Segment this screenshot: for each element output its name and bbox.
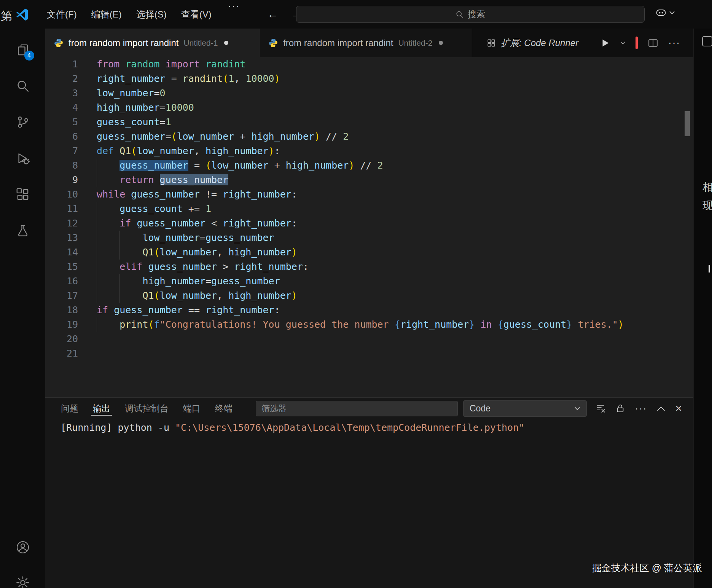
dropdown-value: Code	[470, 403, 491, 414]
menu-view[interactable]: 查看(V)	[174, 0, 219, 29]
code-line[interactable]: 10while guess_number != right_number:	[45, 187, 693, 202]
code-line[interactable]: 12 if guess_number < right_number:	[45, 216, 693, 231]
panel-header: 问题 输出 调试控制台 端口 终端 Code ···	[45, 398, 693, 419]
line-number[interactable]: 21	[45, 346, 78, 361]
modified-dot[interactable]	[439, 41, 443, 45]
tab-extension-code-runner[interactable]: 扩展: Code Runner	[478, 29, 588, 57]
panel-tab-problems[interactable]: 问题	[54, 398, 86, 419]
modified-dot[interactable]	[224, 41, 228, 45]
line-number[interactable]: 4	[45, 100, 78, 115]
indent-guide	[97, 231, 97, 245]
editor-scrollbar[interactable]	[685, 111, 690, 136]
output-log-line: [Running] python -u "C:\Users\15076\AppD…	[61, 421, 524, 435]
code-line[interactable]: 8 guess_number = (low_number + high_numb…	[45, 158, 693, 173]
testing-icon[interactable]	[14, 221, 32, 240]
back-arrow-icon[interactable]: ←	[264, 6, 281, 23]
code-line[interactable]: 19 print(f"Congratulations! You guessed …	[45, 317, 693, 332]
code-line[interactable]: 16 high_number=guess_number	[45, 274, 693, 288]
line-number[interactable]: 2	[45, 72, 78, 86]
code-line[interactable]: 15 elif guess_number > right_number:	[45, 260, 693, 274]
indent-guide	[119, 274, 120, 288]
run-dropdown-chevron-icon[interactable]	[620, 41, 626, 45]
run-debug-icon[interactable]	[14, 149, 32, 167]
tab-detail: Untitled-2	[398, 38, 432, 48]
tab-untitled-2[interactable]: from random import randint Untitled-2	[260, 29, 472, 57]
code-line[interactable]: 20	[45, 332, 693, 346]
code-line[interactable]: 3low_number=0	[45, 86, 693, 100]
more-actions-icon[interactable]: ···	[668, 37, 680, 49]
line-number[interactable]: 12	[45, 216, 78, 231]
code-line[interactable]: 11 guess_count += 1	[45, 202, 693, 216]
maximize-panel-icon[interactable]	[656, 406, 666, 411]
code-line[interactable]: 13 low_number=guess_number	[45, 231, 693, 245]
line-number[interactable]: 8	[45, 158, 78, 173]
indent-guide	[97, 245, 97, 260]
panel-tab-ports[interactable]: 端口	[176, 398, 208, 419]
line-number[interactable]: 9	[45, 173, 78, 187]
line-number[interactable]: 17	[45, 288, 78, 303]
lock-scroll-icon[interactable]	[615, 403, 625, 413]
command-center-search[interactable]: 搜索	[296, 6, 645, 23]
code-line[interactable]: 14 Q1(low_number, high_number)	[45, 245, 693, 260]
panel-more-icon[interactable]: ···	[635, 403, 647, 414]
extensions-icon[interactable]	[14, 185, 32, 204]
explorer-icon[interactable]: 4	[14, 41, 32, 59]
clear-output-icon[interactable]	[596, 403, 606, 413]
output-filter-input[interactable]	[256, 401, 458, 416]
panel-tab-debug-console[interactable]: 调试控制台	[118, 398, 176, 419]
partial-text: 相	[702, 180, 712, 194]
code-line[interactable]: 2right_number = randint(1, 10000)	[45, 72, 693, 86]
code-line[interactable]: 9 return guess_number	[45, 173, 693, 187]
panel-tab-output[interactable]: 输出	[86, 398, 118, 419]
code-line[interactable]: 18if guess_number == right_number:	[45, 303, 693, 317]
line-number[interactable]: 15	[45, 260, 78, 274]
line-number[interactable]: 13	[45, 231, 78, 245]
menu-file[interactable]: 文件(F)	[40, 0, 84, 29]
line-number[interactable]: 14	[45, 245, 78, 260]
run-code-icon[interactable]	[600, 38, 610, 48]
copilot-button[interactable]	[655, 7, 675, 18]
line-number[interactable]: 10	[45, 187, 78, 202]
python-icon	[268, 38, 278, 48]
panel-tab-terminal[interactable]: 终端	[208, 398, 240, 419]
code-line[interactable]: 7def Q1(low_number, high_number):	[45, 144, 693, 158]
code-line[interactable]: 17 Q1(low_number, high_number)	[45, 288, 693, 303]
line-number[interactable]: 3	[45, 86, 78, 100]
line-number[interactable]: 11	[45, 202, 78, 216]
code-line[interactable]: 4high_number=10000	[45, 100, 693, 115]
close-panel-icon[interactable]: ×	[675, 403, 682, 414]
code-line[interactable]: 5guess_count=1	[45, 115, 693, 129]
indent-guide	[97, 288, 97, 303]
line-number[interactable]: 7	[45, 144, 78, 158]
background-partial-text: 第	[1, 8, 12, 24]
split-editor-icon[interactable]	[648, 38, 658, 48]
line-number[interactable]: 1	[45, 57, 78, 72]
search-icon	[456, 10, 464, 19]
menu-selection[interactable]: 选择(S)	[129, 0, 174, 29]
output-channel-dropdown[interactable]: Code	[463, 400, 587, 417]
code-line[interactable]: 1from random import randint	[45, 57, 693, 72]
indent-guide	[97, 216, 97, 231]
tab-detail: Untitled-1	[183, 38, 218, 48]
title-bar: 文件(F) 编辑(E) 选择(S) 查看(V) ··· ← → 搜索	[0, 0, 712, 29]
search-label: 搜索	[468, 8, 485, 20]
line-number[interactable]: 16	[45, 274, 78, 288]
line-number[interactable]: 19	[45, 317, 78, 332]
menu-more-ellipsis[interactable]: ···	[219, 0, 249, 29]
menu-edit[interactable]: 编辑(E)	[84, 0, 129, 29]
line-number[interactable]: 6	[45, 129, 78, 144]
account-icon[interactable]	[14, 538, 32, 556]
code-line[interactable]: 21	[45, 346, 693, 361]
tab-untitled-1[interactable]: from random import randint Untitled-1	[45, 29, 260, 57]
code-line[interactable]: 6guess_number=(low_number + high_number)…	[45, 129, 693, 144]
line-number[interactable]: 20	[45, 332, 78, 346]
partial-icon-fragment	[702, 36, 712, 46]
stop-run-icon[interactable]	[636, 38, 638, 48]
search-view-icon[interactable]	[14, 77, 32, 95]
line-number[interactable]: 18	[45, 303, 78, 317]
source-control-icon[interactable]	[14, 113, 32, 131]
settings-gear-icon[interactable]	[14, 574, 32, 588]
line-number[interactable]: 5	[45, 115, 78, 129]
code-editor[interactable]: 1from random import randint2right_number…	[45, 57, 693, 397]
indent-guide	[119, 245, 120, 260]
